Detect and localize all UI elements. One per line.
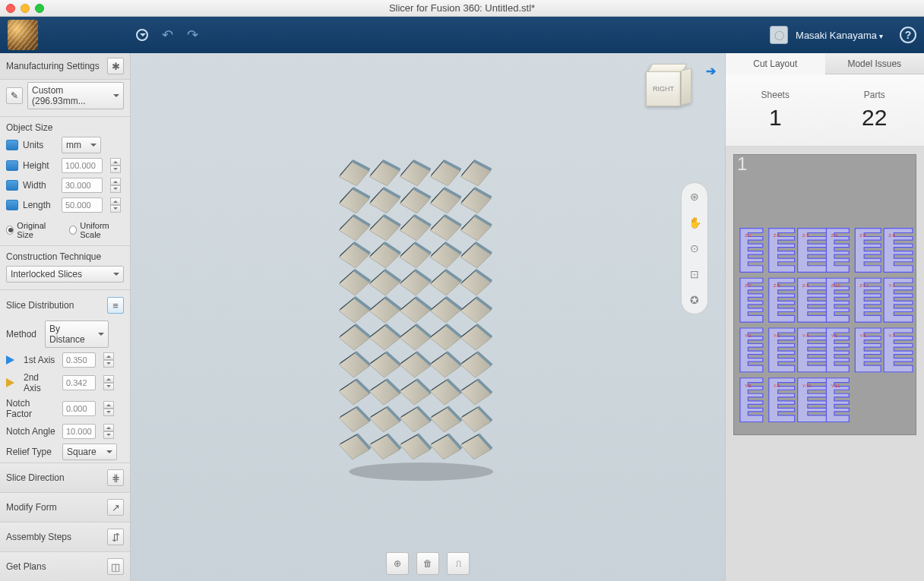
help-button[interactable]: ? [900, 27, 916, 43]
parts-label: Parts [825, 90, 925, 100]
technique-dropdown[interactable]: Interlocked Slices [6, 266, 124, 283]
sheets-label: Sheets [726, 90, 825, 100]
window-title: Slicer for Fusion 360: Untitled.stl* [0, 2, 924, 14]
adjust-tool-button[interactable]: ⎍ [447, 552, 470, 575]
sheet-thumbnail[interactable]: 1 Z-1Z-2Z-3Z-4Z-5Z-6Z-7Z-8Z-9Z-10Z-11Y-1… [733, 154, 916, 435]
redo-button[interactable]: ↷ [187, 27, 198, 43]
slice-direction-section[interactable]: Slice Direction ⋕ [0, 463, 130, 492]
axis2-input[interactable] [62, 375, 96, 390]
width-input[interactable] [62, 178, 103, 193]
svg-marker-16 [337, 187, 372, 216]
undo-button[interactable]: ↶ [162, 27, 173, 43]
slice-distribution-toggle[interactable]: ≡ [107, 297, 124, 314]
svg-marker-31 [337, 214, 371, 242]
pan-button[interactable]: ✋ [687, 215, 702, 230]
svg-marker-67 [399, 270, 431, 295]
expand-panel-button[interactable]: ➔ [706, 64, 716, 78]
tab-model-issues[interactable]: Model Issues [825, 53, 925, 74]
app-menu-dropdown[interactable] [136, 29, 148, 41]
height-up-button[interactable] [110, 158, 121, 166]
width-up-button[interactable] [110, 178, 121, 185]
material-preset-dropdown[interactable]: Custom (296.93mm... [27, 82, 124, 109]
notch-factor-up-button[interactable] [103, 401, 114, 409]
get-plans-section[interactable]: Get Plans ◫ [0, 551, 130, 581]
svg-marker-46 [338, 242, 371, 269]
notch-angle-up-button[interactable] [103, 424, 114, 431]
svg-marker-127 [399, 379, 432, 406]
relief-type-dropdown[interactable]: Square [62, 444, 117, 460]
length-input[interactable] [62, 197, 103, 213]
edit-material-button[interactable]: ✎ [6, 87, 23, 104]
svg-marker-34 [368, 214, 401, 242]
view-cube[interactable]: RIGHT [646, 64, 691, 109]
assembly-steps-icon: ⇵ [107, 529, 124, 545]
axis1-up-button[interactable] [103, 352, 114, 360]
units-dropdown[interactable]: mm [62, 137, 101, 153]
svg-text:Z-10: Z-10 [831, 283, 840, 288]
svg-text:Y-8: Y-8 [745, 384, 752, 388]
notch-factor-input[interactable] [62, 401, 96, 416]
notch-angle-down-button[interactable] [103, 431, 114, 439]
assembly-steps-section[interactable]: Assembly Steps ⇵ [0, 522, 130, 551]
slice-distribution-header: Slice Distribution [6, 300, 74, 311]
assembly-steps-label: Assembly Steps [6, 532, 71, 542]
height-down-button[interactable] [110, 166, 121, 173]
notch-angle-input[interactable] [62, 424, 96, 439]
svg-marker-22 [398, 187, 432, 216]
fit-button[interactable]: ⊡ [687, 267, 702, 282]
axis1-input[interactable] [62, 352, 96, 368]
svg-marker-19 [368, 187, 402, 216]
titlebar: Slicer for Fusion 360: Untitled.stl* [0, 0, 924, 17]
orbit-button[interactable]: ⊛ [687, 189, 702, 204]
method-dropdown[interactable]: By Distance [45, 320, 109, 348]
svg-marker-118 [460, 352, 492, 377]
modify-form-icon: ↗ [107, 499, 124, 516]
viewcube-right-face[interactable]: RIGHT [646, 71, 681, 106]
look-button[interactable]: ✪ [687, 292, 702, 308]
width-label: Width [23, 180, 57, 191]
original-size-radio[interactable] [6, 226, 14, 235]
delete-tool-button[interactable]: 🗑 [416, 552, 439, 575]
relief-type-value: Square [67, 447, 97, 457]
viewport[interactable]: ➔ RIGHT ⊛ ✋ ⊙ ⊡ ✪ [131, 53, 725, 581]
viewport-toolbar: ⊕ 🗑 ⎍ [386, 552, 470, 575]
svg-marker-130 [429, 379, 462, 406]
width-icon [6, 180, 18, 191]
sheets-value: 1 [726, 105, 825, 131]
length-up-button[interactable] [110, 197, 121, 205]
svg-marker-76 [339, 298, 370, 323]
svg-text:Z-7: Z-7 [745, 283, 752, 288]
length-icon [6, 200, 18, 210]
height-input[interactable] [62, 158, 103, 173]
length-down-button[interactable] [110, 205, 121, 213]
svg-marker-94 [369, 325, 400, 350]
modify-form-section[interactable]: Modify Form ↗ [0, 492, 130, 522]
svg-point-0 [349, 463, 493, 481]
svg-marker-97 [400, 325, 431, 350]
svg-marker-70 [429, 270, 461, 295]
user-menu[interactable]: Masaki Kanayama▾ [796, 30, 883, 41]
width-down-button[interactable] [110, 185, 121, 193]
notch-angle-label: Notch Angle [6, 426, 58, 437]
user-avatar[interactable]: ◯ [770, 26, 788, 44]
zoom-button[interactable]: ⊙ [687, 241, 702, 256]
svg-marker-148 [459, 406, 492, 434]
svg-marker-1 [337, 159, 372, 188]
axis2-down-button[interactable] [103, 383, 114, 390]
method-value: By Distance [49, 324, 98, 345]
tab-cut-layout[interactable]: Cut Layout [726, 53, 825, 74]
svg-marker-160 [429, 433, 463, 462]
uniform-scale-radio[interactable] [69, 226, 77, 235]
svg-text:Z-5: Z-5 [859, 234, 867, 238]
svg-marker-37 [398, 214, 432, 242]
svg-marker-4 [368, 159, 402, 188]
add-tool-button[interactable]: ⊕ [386, 552, 409, 575]
material-settings-button[interactable]: ✱ [107, 58, 124, 74]
axis1-down-button[interactable] [103, 360, 114, 368]
svg-marker-13 [459, 159, 493, 188]
svg-marker-79 [369, 298, 400, 323]
axis2-up-button[interactable] [103, 375, 114, 383]
notch-factor-down-button[interactable] [103, 409, 114, 416]
original-size-label: Original Size [17, 221, 56, 239]
svg-text:Y-11: Y-11 [831, 384, 840, 388]
